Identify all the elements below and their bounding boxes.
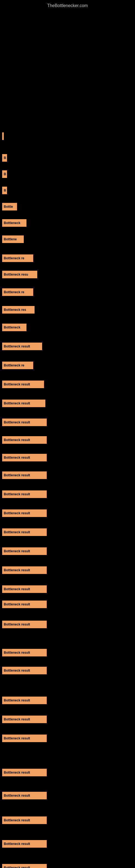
- bar-item: Bottleneck re: [2, 362, 33, 369]
- bar-item: Bottleneck result: [2, 769, 47, 776]
- bar-item: Bottleneck result: [2, 547, 47, 555]
- bar-item: Bottleneck result: [2, 566, 47, 574]
- bar-item: Bottleneck: [2, 219, 27, 227]
- bar-item: Bottleneck re: [2, 254, 33, 262]
- bar-item: Bottleneck result: [2, 436, 47, 444]
- bar-item: Bottleneck result: [2, 380, 44, 388]
- bar-item: B: [2, 170, 7, 178]
- bar-item: Bottleneck result: [2, 792, 47, 799]
- bar-item: Bottleneck result: [2, 816, 47, 824]
- bar-item: B: [2, 187, 7, 194]
- bar-item: Bottleneck result: [2, 864, 47, 868]
- bar-item: [2, 132, 4, 140]
- bar-item: Bottleneck result: [2, 490, 47, 498]
- bar-item: Bottleneck: [2, 323, 27, 331]
- bar-item: Bottleneck result: [2, 454, 47, 461]
- bar-item: Bottleneck result: [2, 509, 47, 517]
- bar-item: Bottleneck result: [2, 735, 47, 742]
- bar-item: Bottleneck result: [2, 400, 45, 407]
- bars-wrapper: BBBBottleBottleneckBottleneBottleneck re…: [0, 10, 135, 868]
- bar-item: Bottleneck resu: [2, 271, 37, 278]
- bar-item: Bottleneck result: [2, 418, 47, 426]
- bar-item: Bottlene: [2, 236, 24, 243]
- bar-item: Bottleneck result: [2, 528, 47, 536]
- bar-item: Bottleneck result: [2, 471, 47, 479]
- bar-item: Bottleneck res: [2, 306, 35, 314]
- site-title: TheBottlenecker.com: [0, 0, 135, 10]
- bar-item: Bottleneck result: [2, 667, 47, 674]
- bar-item: Bottleneck result: [2, 600, 47, 608]
- bar-item: Bottleneck result: [2, 621, 47, 628]
- bar-item: Bottleneck result: [2, 585, 47, 593]
- bar-item: Bottleneck result: [2, 343, 42, 350]
- bar-item: Bottleneck result: [2, 716, 47, 723]
- bar-item: Bottleneck re: [2, 288, 33, 296]
- bar-item: Bottleneck result: [2, 840, 47, 848]
- bar-item: B: [2, 154, 7, 162]
- bar-item: Bottleneck result: [2, 649, 47, 656]
- bar-item: Bottle: [2, 203, 17, 211]
- bar-item: Bottleneck result: [2, 696, 47, 704]
